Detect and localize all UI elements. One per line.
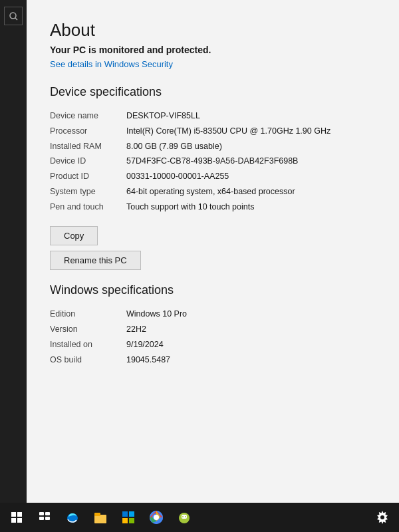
wsa-button[interactable] xyxy=(172,505,197,530)
file-explorer-button[interactable] xyxy=(88,505,113,530)
spec-label: Processor xyxy=(50,125,126,138)
spec-value: Windows 10 Pro xyxy=(126,308,376,321)
windows-start-icon xyxy=(11,512,22,523)
spec-row: Product ID 00331-10000-00001-AA255 xyxy=(50,170,376,183)
chrome-button[interactable] xyxy=(144,505,169,530)
file-explorer-icon xyxy=(93,510,108,525)
spec-value: 19045.5487 xyxy=(126,354,376,366)
taskbar xyxy=(0,503,399,532)
windows-specs-table: Edition Windows 10 Pro Version 22H2 Inst… xyxy=(50,308,376,366)
gear-icon xyxy=(376,511,389,524)
spec-label: Pen and touch xyxy=(50,201,126,213)
store-button[interactable] xyxy=(116,505,141,530)
start-button[interactable] xyxy=(4,505,29,530)
spec-row: Version 22H2 xyxy=(50,323,376,336)
rename-pc-button[interactable]: Rename this PC xyxy=(50,251,141,270)
svg-rect-9 xyxy=(122,511,128,517)
store-icon xyxy=(122,511,135,524)
edge-icon xyxy=(65,510,80,525)
wsa-icon xyxy=(177,510,192,525)
task-view-button[interactable] xyxy=(32,505,57,530)
sidebar xyxy=(0,0,27,503)
page-title: About xyxy=(50,20,376,41)
spec-row: System type 64-bit operating system, x64… xyxy=(50,186,376,198)
spec-value: Intel(R) Core(TM) i5-8350U CPU @ 1.70GHz… xyxy=(126,125,376,138)
chrome-icon xyxy=(149,510,164,525)
spec-value: 22H2 xyxy=(126,323,376,336)
svg-rect-10 xyxy=(129,511,134,517)
svg-point-21 xyxy=(380,515,384,519)
svg-point-0 xyxy=(10,13,16,19)
windows-specs-title: Windows specifications xyxy=(50,283,376,297)
spec-value: 8.00 GB (7.89 GB usable) xyxy=(126,140,376,153)
settings-taskbar-button[interactable] xyxy=(370,505,395,530)
windows-security-link[interactable]: See details in Windows Security xyxy=(50,59,173,69)
spec-label: Device name xyxy=(50,110,126,122)
spec-label: System type xyxy=(50,186,126,198)
copy-button[interactable]: Copy xyxy=(50,226,98,245)
edge-taskbar-button[interactable] xyxy=(60,505,85,530)
task-view-icon xyxy=(39,511,51,523)
spec-row: Installed RAM 8.00 GB (7.89 GB usable) xyxy=(50,140,376,153)
windows-specs-section: Windows specifications Edition Windows 1… xyxy=(50,283,376,366)
spec-row: Device name DESKTOP-VIF85LL xyxy=(50,110,376,122)
spec-label: Installed RAM xyxy=(50,140,126,153)
spec-row: Processor Intel(R) Core(TM) i5-8350U CPU… xyxy=(50,125,376,138)
svg-rect-5 xyxy=(45,517,50,520)
spec-value: 9/19/2024 xyxy=(126,338,376,351)
spec-label: Version xyxy=(50,323,126,336)
svg-line-1 xyxy=(15,18,17,20)
svg-point-15 xyxy=(154,515,159,520)
device-specs-title: Device specifications xyxy=(50,85,376,99)
spec-value: DESKTOP-VIF85LL xyxy=(126,110,376,122)
svg-rect-3 xyxy=(45,512,50,515)
security-message: Your PC is monitored and protected. xyxy=(50,45,376,55)
svg-rect-12 xyxy=(129,518,134,523)
main-area: About Your PC is monitored and protected… xyxy=(0,0,399,503)
device-specs-table: Device name DESKTOP-VIF85LL Processor In… xyxy=(50,110,376,213)
svg-point-19 xyxy=(185,516,186,517)
spec-label: OS build xyxy=(50,354,126,366)
spec-row: Pen and touch Touch support with 10 touc… xyxy=(50,201,376,213)
svg-point-18 xyxy=(182,516,184,517)
content-area: About Your PC is monitored and protected… xyxy=(27,0,399,503)
spec-value: Touch support with 10 touch points xyxy=(126,201,376,213)
svg-rect-11 xyxy=(122,518,128,523)
spec-value: 64-bit operating system, x64-based proce… xyxy=(126,186,376,198)
spec-label: Installed on xyxy=(50,338,126,351)
sidebar-search-button[interactable] xyxy=(4,7,23,25)
svg-rect-4 xyxy=(39,517,44,520)
svg-rect-8 xyxy=(94,513,100,516)
spec-value: 57D4F3FC-CB78-493B-9A56-DAB42F3F698B xyxy=(126,155,376,168)
spec-label: Product ID xyxy=(50,170,126,183)
spec-row: OS build 19045.5487 xyxy=(50,354,376,366)
svg-rect-2 xyxy=(39,512,44,515)
spec-row: Installed on 9/19/2024 xyxy=(50,338,376,351)
spec-row: Edition Windows 10 Pro xyxy=(50,308,376,321)
spec-label: Edition xyxy=(50,308,126,321)
spec-label: Device ID xyxy=(50,155,126,168)
spec-row: Device ID 57D4F3FC-CB78-493B-9A56-DAB42F… xyxy=(50,155,376,168)
spec-value: 00331-10000-00001-AA255 xyxy=(126,170,376,183)
